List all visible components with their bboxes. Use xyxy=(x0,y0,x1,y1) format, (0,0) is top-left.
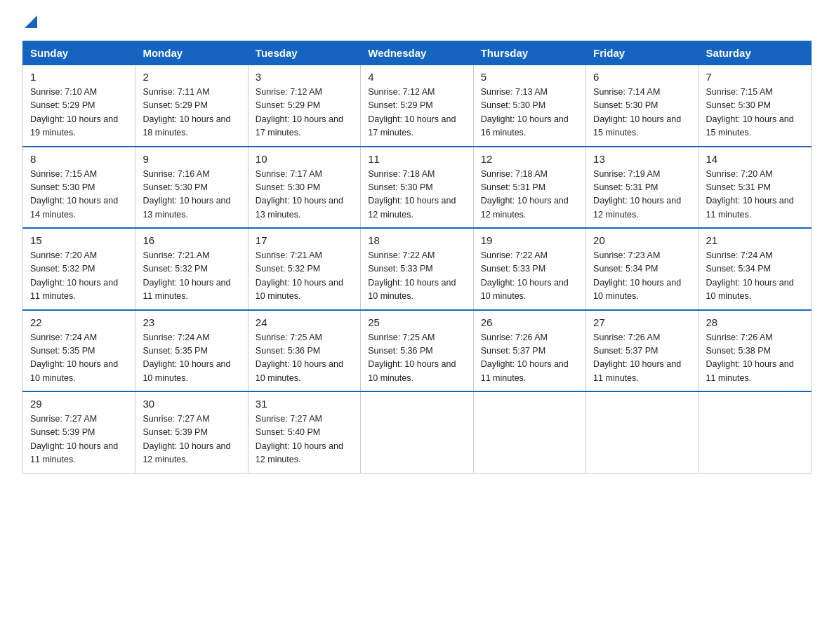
calendar-cell: 10 Sunrise: 7:17 AMSunset: 5:30 PMDaylig… xyxy=(248,147,360,229)
calendar-cell: 12 Sunrise: 7:18 AMSunset: 5:31 PMDaylig… xyxy=(473,147,585,229)
calendar-cell: 18 Sunrise: 7:22 AMSunset: 5:33 PMDaylig… xyxy=(361,228,473,310)
day-info: Sunrise: 7:13 AMSunset: 5:30 PMDaylight:… xyxy=(481,87,569,137)
day-number: 25 xyxy=(368,316,465,328)
page-header xyxy=(22,17,812,29)
day-number: 26 xyxy=(481,316,578,328)
col-header-friday: Friday xyxy=(586,41,699,65)
calendar-cell: 17 Sunrise: 7:21 AMSunset: 5:32 PMDaylig… xyxy=(248,228,360,310)
day-number: 17 xyxy=(256,234,353,246)
logo-triangle-icon xyxy=(25,15,37,31)
day-info: Sunrise: 7:17 AMSunset: 5:30 PMDaylight:… xyxy=(256,169,343,220)
calendar-week-row: 1 Sunrise: 7:10 AMSunset: 5:29 PMDayligh… xyxy=(23,65,812,147)
calendar-cell: 24 Sunrise: 7:25 AMSunset: 5:36 PMDaylig… xyxy=(248,310,360,392)
day-number: 1 xyxy=(30,71,128,83)
calendar-cell: 21 Sunrise: 7:24 AMSunset: 5:34 PMDaylig… xyxy=(699,228,811,310)
calendar-cell: 3 Sunrise: 7:12 AMSunset: 5:29 PMDayligh… xyxy=(248,65,360,147)
day-info: Sunrise: 7:21 AMSunset: 5:32 PMDaylight:… xyxy=(256,250,343,301)
calendar-cell: 2 Sunrise: 7:11 AMSunset: 5:29 PMDayligh… xyxy=(135,65,248,147)
day-info: Sunrise: 7:16 AMSunset: 5:30 PMDaylight:… xyxy=(143,169,230,220)
calendar-cell: 5 Sunrise: 7:13 AMSunset: 5:30 PMDayligh… xyxy=(473,65,585,147)
day-info: Sunrise: 7:24 AMSunset: 5:35 PMDaylight:… xyxy=(143,333,230,383)
day-number: 5 xyxy=(481,71,578,83)
day-number: 27 xyxy=(593,316,691,328)
calendar-cell: 26 Sunrise: 7:26 AMSunset: 5:37 PMDaylig… xyxy=(473,310,585,392)
calendar-cell: 16 Sunrise: 7:21 AMSunset: 5:32 PMDaylig… xyxy=(135,228,248,310)
day-number: 24 xyxy=(256,316,353,328)
day-number: 13 xyxy=(593,153,691,165)
calendar-week-row: 22 Sunrise: 7:24 AMSunset: 5:35 PMDaylig… xyxy=(23,310,812,392)
day-number: 28 xyxy=(706,316,804,328)
day-info: Sunrise: 7:19 AMSunset: 5:31 PMDaylight:… xyxy=(593,169,681,220)
calendar-cell: 1 Sunrise: 7:10 AMSunset: 5:29 PMDayligh… xyxy=(23,65,135,147)
calendar-cell: 20 Sunrise: 7:23 AMSunset: 5:34 PMDaylig… xyxy=(586,228,699,310)
day-info: Sunrise: 7:11 AMSunset: 5:29 PMDaylight:… xyxy=(143,87,230,137)
calendar-table: SundayMondayTuesdayWednesdayThursdayFrid… xyxy=(22,41,812,474)
svg-marker-0 xyxy=(25,15,37,28)
col-header-monday: Monday xyxy=(135,41,248,65)
calendar-cell: 13 Sunrise: 7:19 AMSunset: 5:31 PMDaylig… xyxy=(586,147,699,229)
day-number: 22 xyxy=(30,316,128,328)
day-number: 7 xyxy=(706,71,804,83)
calendar-cell: 31 Sunrise: 7:27 AMSunset: 5:40 PMDaylig… xyxy=(248,391,360,473)
logo xyxy=(22,17,37,29)
calendar-week-row: 15 Sunrise: 7:20 AMSunset: 5:32 PMDaylig… xyxy=(23,228,812,310)
day-number: 11 xyxy=(368,153,465,165)
day-info: Sunrise: 7:15 AMSunset: 5:30 PMDaylight:… xyxy=(706,87,794,137)
calendar-cell: 4 Sunrise: 7:12 AMSunset: 5:29 PMDayligh… xyxy=(361,65,473,147)
calendar-cell xyxy=(586,391,699,473)
calendar-cell: 27 Sunrise: 7:26 AMSunset: 5:37 PMDaylig… xyxy=(586,310,699,392)
calendar-cell: 7 Sunrise: 7:15 AMSunset: 5:30 PMDayligh… xyxy=(699,65,811,147)
day-number: 18 xyxy=(368,234,465,246)
day-info: Sunrise: 7:27 AMSunset: 5:39 PMDaylight:… xyxy=(30,414,118,464)
calendar-cell: 25 Sunrise: 7:25 AMSunset: 5:36 PMDaylig… xyxy=(361,310,473,392)
col-header-sunday: Sunday xyxy=(23,41,135,65)
col-header-wednesday: Wednesday xyxy=(361,41,473,65)
day-number: 3 xyxy=(256,71,353,83)
day-info: Sunrise: 7:20 AMSunset: 5:32 PMDaylight:… xyxy=(30,250,118,301)
col-header-thursday: Thursday xyxy=(473,41,585,65)
day-info: Sunrise: 7:15 AMSunset: 5:30 PMDaylight:… xyxy=(30,169,118,220)
calendar-cell: 23 Sunrise: 7:24 AMSunset: 5:35 PMDaylig… xyxy=(135,310,248,392)
day-info: Sunrise: 7:25 AMSunset: 5:36 PMDaylight:… xyxy=(368,333,456,383)
day-number: 30 xyxy=(143,398,240,410)
day-number: 31 xyxy=(256,398,353,410)
day-info: Sunrise: 7:18 AMSunset: 5:30 PMDaylight:… xyxy=(368,169,456,220)
day-info: Sunrise: 7:18 AMSunset: 5:31 PMDaylight:… xyxy=(481,169,569,220)
day-number: 8 xyxy=(30,153,128,165)
calendar-cell xyxy=(699,391,811,473)
calendar-cell: 28 Sunrise: 7:26 AMSunset: 5:38 PMDaylig… xyxy=(699,310,811,392)
day-number: 4 xyxy=(368,71,465,83)
day-number: 9 xyxy=(143,153,240,165)
day-info: Sunrise: 7:27 AMSunset: 5:40 PMDaylight:… xyxy=(256,414,343,464)
calendar-header-row: SundayMondayTuesdayWednesdayThursdayFrid… xyxy=(23,41,812,65)
day-info: Sunrise: 7:21 AMSunset: 5:32 PMDaylight:… xyxy=(143,250,230,301)
day-info: Sunrise: 7:22 AMSunset: 5:33 PMDaylight:… xyxy=(368,250,456,301)
day-number: 29 xyxy=(30,398,128,410)
day-info: Sunrise: 7:24 AMSunset: 5:34 PMDaylight:… xyxy=(706,250,794,301)
day-info: Sunrise: 7:10 AMSunset: 5:29 PMDaylight:… xyxy=(30,87,118,137)
day-number: 20 xyxy=(593,234,691,246)
calendar-cell: 11 Sunrise: 7:18 AMSunset: 5:30 PMDaylig… xyxy=(361,147,473,229)
day-number: 2 xyxy=(143,71,240,83)
day-info: Sunrise: 7:26 AMSunset: 5:38 PMDaylight:… xyxy=(706,333,794,383)
day-info: Sunrise: 7:27 AMSunset: 5:39 PMDaylight:… xyxy=(143,414,230,464)
calendar-week-row: 29 Sunrise: 7:27 AMSunset: 5:39 PMDaylig… xyxy=(23,391,812,473)
calendar-cell xyxy=(473,391,585,473)
calendar-cell: 19 Sunrise: 7:22 AMSunset: 5:33 PMDaylig… xyxy=(473,228,585,310)
calendar-cell: 15 Sunrise: 7:20 AMSunset: 5:32 PMDaylig… xyxy=(23,228,135,310)
day-info: Sunrise: 7:26 AMSunset: 5:37 PMDaylight:… xyxy=(481,333,569,383)
col-header-tuesday: Tuesday xyxy=(248,41,360,65)
day-info: Sunrise: 7:23 AMSunset: 5:34 PMDaylight:… xyxy=(593,250,681,301)
calendar-cell xyxy=(361,391,473,473)
day-info: Sunrise: 7:12 AMSunset: 5:29 PMDaylight:… xyxy=(368,87,456,137)
day-number: 15 xyxy=(30,234,128,246)
day-info: Sunrise: 7:24 AMSunset: 5:35 PMDaylight:… xyxy=(30,333,118,383)
day-number: 6 xyxy=(593,71,691,83)
day-number: 23 xyxy=(143,316,240,328)
day-number: 10 xyxy=(256,153,353,165)
day-number: 14 xyxy=(706,153,804,165)
day-info: Sunrise: 7:20 AMSunset: 5:31 PMDaylight:… xyxy=(706,169,794,220)
calendar-cell: 6 Sunrise: 7:14 AMSunset: 5:30 PMDayligh… xyxy=(586,65,699,147)
calendar-cell: 29 Sunrise: 7:27 AMSunset: 5:39 PMDaylig… xyxy=(23,391,135,473)
day-info: Sunrise: 7:12 AMSunset: 5:29 PMDaylight:… xyxy=(256,87,343,137)
